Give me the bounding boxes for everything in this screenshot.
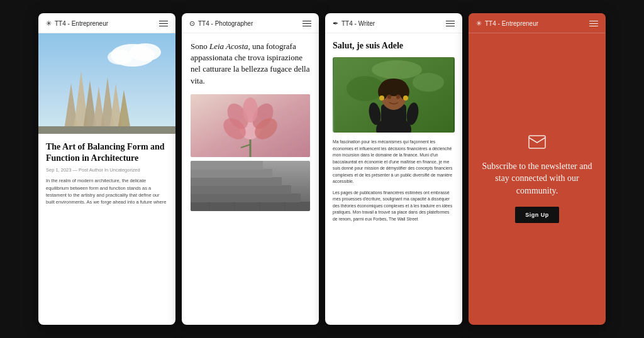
svg-rect-11	[38, 126, 175, 134]
svg-point-44	[387, 95, 391, 99]
screen-1-title: TT4 - Entrepreneur	[55, 20, 108, 27]
svg-rect-22	[191, 202, 310, 211]
screen-3-logo: ✒ TT4 - Writer	[333, 19, 375, 28]
screen-writer: ✒ TT4 - Writer Salut, je suis Adele	[325, 13, 462, 325]
photographer-name: Leia Acosta	[209, 41, 248, 51]
svg-point-42	[379, 95, 384, 101]
svg-point-3	[108, 50, 133, 65]
post-content: The Art of Balancing Form and Function i…	[38, 134, 175, 210]
architecture-hero-image	[38, 33, 175, 134]
screen-1-content: The Art of Balancing Form and Function i…	[38, 33, 175, 325]
asterisk-icon: ✳	[46, 19, 52, 28]
asterisk-icon-4: ✳	[476, 19, 482, 28]
svg-point-16	[243, 97, 258, 123]
screen-1-logo: ✳ TT4 - Entrepreneur	[46, 19, 108, 28]
photographer-intro: Sono Leia Acosta, una fotografa appassio…	[191, 41, 310, 87]
circle-icon: ⊙	[189, 19, 195, 28]
screen-3-title: TT4 - Writer	[341, 20, 375, 27]
post-meta: Sep 1, 2023 — Post Author In Uncategoriz…	[46, 167, 168, 173]
screen-3-header: ✒ TT4 - Writer	[325, 13, 462, 33]
screen-4-logo: ✳ TT4 - Entrepreneur	[476, 19, 538, 28]
post-excerpt: In the realm of modern architecture, the…	[46, 177, 168, 205]
screen-1-header: ✳ TT4 - Entrepreneur	[38, 13, 175, 33]
screen-entrepreneur-newsletter: ✳ TT4 - Entrepreneur Subscribe to the ne…	[469, 13, 606, 325]
post-title: The Art of Balancing Form and Function i…	[46, 141, 168, 164]
screen-4-header: ✳ TT4 - Entrepreneur	[469, 13, 606, 33]
newsletter-title: Subscribe to the newsletter and stay con…	[480, 160, 594, 197]
email-icon	[528, 135, 546, 151]
svg-rect-23	[191, 194, 301, 202]
svg-point-34	[413, 73, 444, 92]
svg-point-45	[396, 95, 400, 99]
svg-rect-25	[191, 177, 282, 186]
hamburger-menu-1[interactable]	[159, 21, 168, 27]
screen-3-content: Salut, je suis Adele	[325, 33, 462, 325]
hamburger-menu-4[interactable]	[589, 21, 598, 27]
screen-4-title: TT4 - Entrepreneur	[485, 20, 538, 27]
svg-point-2	[130, 43, 161, 61]
hamburger-menu-3[interactable]	[446, 21, 455, 27]
svg-rect-27	[191, 161, 263, 170]
screen-photographer: ⊙ TT4 - Photographer Sono Leia Acosta, u…	[182, 13, 319, 325]
writer-greeting: Salut, je suis Adele	[333, 41, 455, 51]
svg-rect-24	[191, 185, 291, 194]
writer-portrait	[333, 57, 455, 133]
hamburger-menu-2[interactable]	[303, 21, 311, 27]
screen-4-content: Subscribe to the newsletter and stay con…	[469, 33, 606, 325]
screen-2-logo: ⊙ TT4 - Photographer	[189, 19, 253, 28]
svg-rect-48	[529, 136, 545, 148]
flower-photo	[191, 94, 310, 157]
screens-container: ✳ TT4 - Entrepreneur	[26, 0, 618, 338]
signup-button[interactable]: Sign Up	[515, 207, 559, 223]
screen-2-title: TT4 - Photographer	[198, 20, 253, 27]
writer-bio-1: Ma fascination pour les mécanismes qui f…	[333, 139, 455, 185]
screen-2-content: Sono Leia Acosta, una fotografa appassio…	[182, 33, 319, 325]
writer-bio-2: Les pages de publications financières es…	[333, 190, 455, 223]
svg-point-35	[372, 60, 422, 79]
steps-photo	[191, 161, 310, 211]
svg-point-43	[403, 95, 408, 101]
intro-text-before: Sono	[191, 41, 209, 51]
screen-entrepreneur-blog: ✳ TT4 - Entrepreneur	[38, 13, 175, 325]
screen-2-header: ⊙ TT4 - Photographer	[182, 13, 319, 33]
svg-rect-26	[191, 169, 272, 178]
photo-grid	[191, 94, 310, 211]
pen-icon: ✒	[333, 19, 338, 28]
